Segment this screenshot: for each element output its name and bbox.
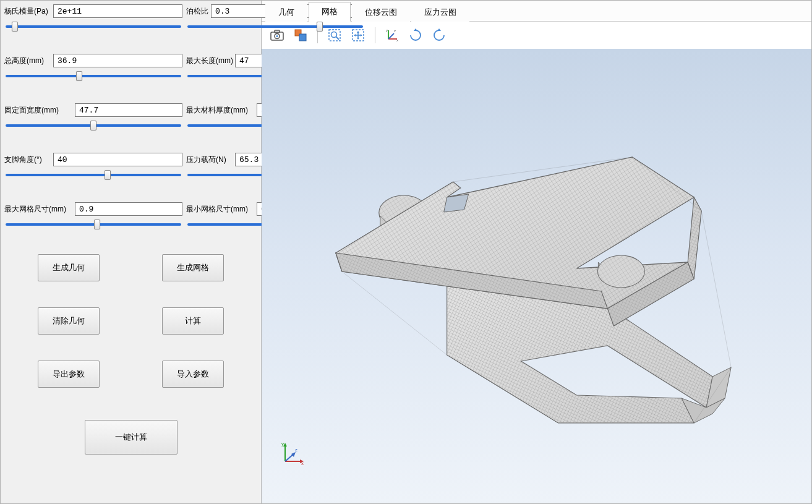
- param-label: 支脚角度(°): [4, 155, 51, 164]
- param-input[interactable]: [75, 103, 182, 117]
- param-input[interactable]: [53, 54, 182, 67]
- svg-line-12: [388, 33, 394, 39]
- param-slider[interactable]: [4, 119, 182, 132]
- import-parameters-button[interactable]: 导入参数: [162, 361, 224, 388]
- svg-rect-5: [299, 34, 306, 41]
- param-label: 最小网格尺寸(mm): [186, 205, 254, 213]
- svg-text:x: x: [396, 38, 398, 42]
- param-slider[interactable]: [4, 169, 182, 181]
- generate-mesh-button[interactable]: 生成网格: [162, 254, 224, 281]
- svg-text:y: y: [386, 28, 388, 32]
- axis-label-x: x: [301, 461, 304, 466]
- tab-geometry[interactable]: 几何: [265, 2, 307, 22]
- svg-point-19: [597, 255, 644, 288]
- mesh-render: [262, 49, 811, 503]
- parameter-grid: 杨氏模量(Pa)泊松比总高度(mm)最大长度(mm)固定面宽度(mm)最大材料厚…: [4, 4, 257, 231]
- rotate-cw-icon[interactable]: [406, 26, 425, 45]
- svg-text:z: z: [394, 29, 396, 33]
- clear-geometry-button[interactable]: 清除几何: [38, 307, 100, 335]
- toolbar-separator: [375, 27, 375, 43]
- result-tab-bar: 几何 网格 位移云图 应力云图: [262, 1, 811, 22]
- axes-icon[interactable]: zyx: [383, 26, 401, 45]
- tab-stress[interactable]: 应力云图: [411, 2, 469, 22]
- param-2: 总高度(mm): [4, 54, 182, 82]
- param-input[interactable]: [75, 202, 182, 216]
- param-8: 最大网格尺寸(mm): [4, 202, 182, 231]
- generate-geometry-button[interactable]: 生成几何: [38, 254, 100, 281]
- svg-point-3: [276, 35, 278, 37]
- param-label: 杨氏模量(Pa): [4, 7, 51, 15]
- tab-displacement[interactable]: 位移云图: [352, 2, 410, 22]
- param-label: 最大网格尺寸(mm): [4, 205, 72, 213]
- param-label: 总高度(mm): [4, 56, 51, 65]
- param-0: 杨氏模量(Pa): [4, 4, 182, 33]
- one-click-compute-button[interactable]: 一键计算: [85, 420, 177, 455]
- param-slider[interactable]: [186, 20, 364, 33]
- compute-button[interactable]: 计算: [162, 307, 224, 335]
- param-label: 泊松比: [186, 7, 208, 15]
- param-label: 压力载荷(N): [186, 155, 233, 164]
- rotate-ccw-icon[interactable]: [430, 26, 448, 45]
- param-6: 支脚角度(°): [4, 153, 182, 181]
- axis-label-y: y: [281, 442, 284, 446]
- param-label: 固定面宽度(mm): [4, 106, 72, 114]
- param-slider[interactable]: [4, 20, 182, 33]
- param-label: 最大长度(mm): [186, 56, 233, 65]
- param-4: 固定面宽度(mm): [4, 103, 182, 132]
- graphics-area: 几何 网格 位移云图 应力云图 zyx: [262, 1, 811, 503]
- viewport-3d[interactable]: y x z: [262, 49, 811, 503]
- export-parameters-button[interactable]: 导出参数: [38, 361, 100, 388]
- app-root: 杨氏模量(Pa)泊松比总高度(mm)最大长度(mm)固定面宽度(mm)最大材料厚…: [0, 0, 812, 504]
- tab-mesh[interactable]: 网格: [309, 2, 351, 22]
- svg-line-8: [336, 37, 340, 40]
- parameter-panel: 杨氏模量(Pa)泊松比总高度(mm)最大长度(mm)固定面宽度(mm)最大材料厚…: [1, 1, 262, 503]
- param-slider[interactable]: [4, 218, 182, 231]
- axis-triad: y x z: [280, 442, 305, 466]
- param-label: 最大材料厚度(mm): [186, 106, 254, 114]
- param-slider[interactable]: [4, 70, 182, 82]
- axis-label-z: z: [295, 447, 297, 453]
- action-button-area: 生成几何 生成网格 清除几何 计算 导出参数 导入参数 一键计算: [1, 248, 261, 461]
- param-input[interactable]: [53, 4, 182, 18]
- param-input[interactable]: [53, 153, 182, 166]
